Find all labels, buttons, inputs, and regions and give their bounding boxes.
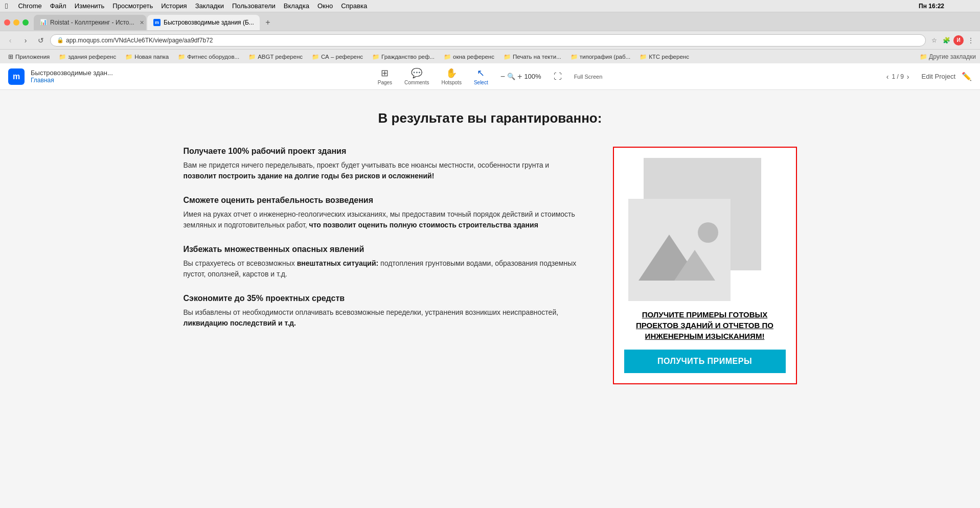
menu-view[interactable]: Просмотреть bbox=[112, 2, 153, 10]
benefit-2-title: Сможете оценить рентабельность возведени… bbox=[184, 196, 582, 205]
moqups-favicon: m bbox=[153, 19, 161, 26]
roistat-tab-close[interactable]: ✕ bbox=[140, 19, 144, 26]
bookmark-novaya[interactable]: 📁 Новая папка bbox=[121, 52, 173, 61]
benefit-4-text: Вы избавлены от необходимости оплачивать… bbox=[184, 307, 582, 329]
zoom-plus-button[interactable]: + bbox=[517, 72, 522, 81]
promo-card-column: ПОЛУЧИТЕ ПРИМЕРЫ ГОТОВЫХ ПРОЕКТОВ ЗДАНИЙ… bbox=[613, 147, 797, 384]
app-breadcrumb: Быстровозводимые здан... Главная bbox=[31, 69, 113, 84]
hotspots-tool[interactable]: ✋ Hotspots bbox=[441, 67, 461, 85]
moqups-tab-close[interactable]: ✕ bbox=[259, 19, 260, 26]
roistat-tab-label: Roistat - Коллтрекинг - Исто... bbox=[50, 19, 134, 26]
bookmark-apps[interactable]: ⊞ Приложения bbox=[4, 52, 54, 61]
breadcrumb-title: Быстровозводимые здан... bbox=[31, 69, 113, 77]
benefits-list: Получаете 100% рабочий проект здания Вам… bbox=[184, 147, 592, 343]
image-placeholder-front bbox=[628, 199, 731, 301]
benefit-4-title: Сэкономите до 35% проектных средств bbox=[184, 294, 582, 303]
edit-project-button[interactable]: Edit Project bbox=[922, 73, 955, 80]
cta-link-text[interactable]: ПОЛУЧИТЕ ПРИМЕРЫ ГОТОВЫХ ПРОЕКТОВ ЗДАНИЙ… bbox=[624, 309, 786, 341]
new-tab-button[interactable]: + bbox=[261, 15, 275, 30]
maximize-window-button[interactable] bbox=[22, 19, 29, 26]
ktc-label: КТС референс bbox=[649, 54, 689, 60]
pages-tool[interactable]: ⊞ Pages bbox=[378, 67, 392, 85]
bookmark-okna[interactable]: 📁 окна референс bbox=[440, 52, 498, 61]
menu-tab[interactable]: Вкладка bbox=[284, 2, 309, 10]
next-page-button[interactable]: › bbox=[907, 73, 909, 81]
folder-icon-2: 📁 bbox=[125, 53, 132, 60]
moqups-logo[interactable]: m bbox=[8, 68, 25, 85]
bookmark-zdania[interactable]: 📁 здания референс bbox=[55, 52, 120, 61]
menu-chrome[interactable]: Chrome bbox=[18, 2, 41, 10]
profile-icon[interactable]: И bbox=[953, 35, 964, 45]
benefit-2: Сможете оценить рентабельность возведени… bbox=[184, 196, 582, 230]
fitnes-label: Фитнес оборудов... bbox=[187, 54, 239, 60]
bookmark-ktc[interactable]: 📁 КТС референс bbox=[635, 52, 693, 61]
ca-label: СА – референс bbox=[321, 54, 363, 60]
minimize-window-button[interactable] bbox=[13, 19, 19, 26]
menu-file[interactable]: Файл bbox=[50, 2, 66, 10]
other-label: Другие закладки bbox=[929, 53, 976, 60]
folder-icon-3: 📁 bbox=[178, 53, 185, 60]
menu-history[interactable]: История bbox=[161, 2, 187, 10]
folder-icon-8: 📁 bbox=[504, 53, 511, 60]
zoom-minus-button[interactable]: − bbox=[500, 72, 505, 81]
page-heading: В результате вы гарантированно: bbox=[184, 110, 797, 126]
tab-roistat[interactable]: 📊 Roistat - Коллтрекинг - Исто... ✕ bbox=[34, 15, 146, 30]
menu-help[interactable]: Справка bbox=[341, 2, 367, 10]
macos-menubar:  Chrome Файл Изменить Просмотреть Истор… bbox=[0, 0, 980, 12]
benefit-3-text: Вы страхуетесь от всевозможных внештатны… bbox=[184, 258, 582, 280]
tipografia-label: типография (раб... bbox=[580, 54, 630, 60]
toolbar-right: ‹ 1 / 9 › Edit Project ✏️ bbox=[886, 72, 972, 81]
toolbar-tools: ⊞ Pages 💬 Comments ✋ Hotspots ↖ Select −… bbox=[378, 67, 603, 85]
menu-profiles[interactable]: Пользователи bbox=[232, 2, 276, 10]
menu-dots-icon[interactable]: ⋮ bbox=[966, 35, 976, 45]
mountain-icon bbox=[628, 214, 731, 286]
benefit-2-text: Имея на руках отчет о инженерно-геологич… bbox=[184, 209, 582, 230]
reload-button[interactable]: ↺ bbox=[35, 34, 47, 47]
pages-label: Pages bbox=[378, 80, 392, 85]
grazhdanstvo-label: Гражданство реф... bbox=[381, 54, 435, 60]
prev-page-button[interactable]: ‹ bbox=[886, 73, 889, 81]
novaya-label: Новая папка bbox=[134, 54, 169, 60]
menu-edit[interactable]: Изменить bbox=[75, 2, 105, 10]
apple-logo[interactable]:  bbox=[5, 2, 8, 10]
star-icon[interactable]: ☆ bbox=[929, 35, 939, 45]
hotspots-icon: ✋ bbox=[446, 67, 457, 79]
close-window-button[interactable] bbox=[4, 19, 10, 26]
select-label: Select bbox=[474, 80, 488, 85]
svg-point-2 bbox=[698, 222, 718, 243]
cta-button[interactable]: ПОЛУЧИТЬ ПРИМЕРЫ bbox=[624, 350, 786, 373]
bookmark-tipografia[interactable]: 📁 типография (раб... bbox=[566, 52, 634, 61]
okna-label: окна референс bbox=[453, 54, 494, 60]
roistat-favicon: 📊 bbox=[40, 19, 47, 26]
other-bookmarks[interactable]: 📁 Другие закладки bbox=[920, 53, 976, 60]
benefit-1-text: Вам не придется ничего переделывать, про… bbox=[184, 160, 582, 181]
system-time: Пн 16:22 bbox=[919, 3, 944, 10]
fullscreen-label: Full Screen bbox=[574, 74, 603, 80]
moqups-tab-label: Быстровозводимые здания (Б... bbox=[164, 19, 254, 26]
comments-icon: 💬 bbox=[411, 67, 422, 79]
breadcrumb-home-link[interactable]: Главная bbox=[31, 77, 113, 84]
abgt-label: ABGT референс bbox=[258, 54, 303, 60]
folder-icon-1: 📁 bbox=[59, 53, 66, 60]
menu-window[interactable]: Окно bbox=[317, 2, 333, 10]
fullscreen-button[interactable]: ⛶ bbox=[554, 72, 562, 81]
menu-bookmarks[interactable]: Закладки bbox=[195, 2, 224, 10]
bookmarks-bar: ⊞ Приложения 📁 здания референс 📁 Новая п… bbox=[0, 49, 980, 63]
address-input[interactable]: 🔒 app.moqups.com/VNdAcUe6TK/view/page/aa… bbox=[50, 34, 926, 47]
folder-icon-5: 📁 bbox=[312, 53, 319, 60]
bookmark-pechat[interactable]: 📁 Печать на текти... bbox=[499, 52, 565, 61]
select-tool[interactable]: ↖ Select bbox=[474, 67, 488, 85]
folder-icon-4: 📁 bbox=[248, 53, 256, 60]
bookmark-fitnes[interactable]: 📁 Фитнес оборудов... bbox=[174, 52, 243, 61]
back-button[interactable]: ‹ bbox=[4, 34, 16, 47]
bookmark-ca[interactable]: 📁 СА – референс bbox=[308, 52, 367, 61]
forward-button[interactable]: › bbox=[19, 34, 32, 47]
bookmark-abgt[interactable]: 📁 ABGT референс bbox=[244, 52, 307, 61]
extensions-icon[interactable]: 🧩 bbox=[941, 35, 951, 45]
content-layout: Получаете 100% рабочий проект здания Вам… bbox=[184, 147, 797, 384]
bookmark-grazhdanstvo[interactable]: 📁 Гражданство реф... bbox=[368, 52, 439, 61]
promo-card: ПОЛУЧИТЕ ПРИМЕРЫ ГОТОВЫХ ПРОЕКТОВ ЗДАНИЙ… bbox=[613, 147, 797, 384]
comments-tool[interactable]: 💬 Comments bbox=[404, 67, 429, 85]
tab-moqups[interactable]: m Быстровозводимые здания (Б... ✕ bbox=[147, 15, 260, 30]
address-bar: ‹ › ↺ 🔒 app.moqups.com/VNdAcUe6TK/view/p… bbox=[0, 31, 980, 49]
